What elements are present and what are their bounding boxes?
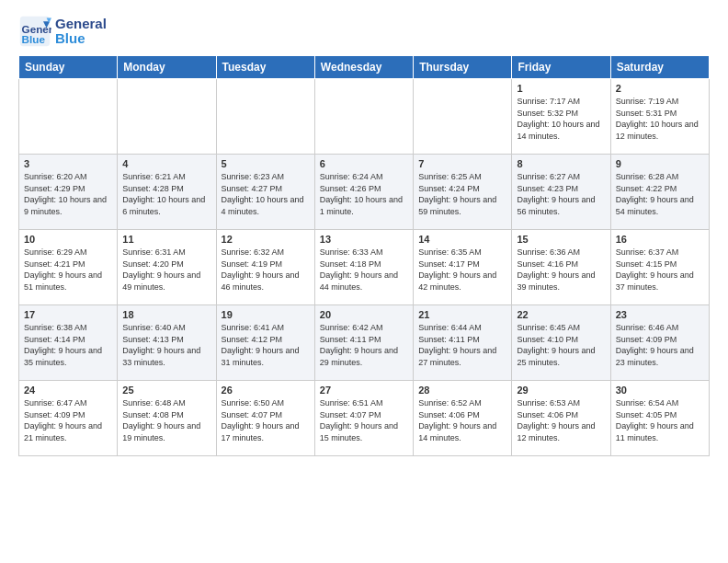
- day-info: Sunrise: 6:54 AM Sunset: 4:05 PM Dayligh…: [616, 397, 704, 443]
- calendar-cell: 22Sunrise: 6:45 AM Sunset: 4:10 PM Dayli…: [512, 305, 610, 381]
- calendar-cell: 20Sunrise: 6:42 AM Sunset: 4:11 PM Dayli…: [314, 305, 413, 381]
- day-number: 9: [616, 158, 704, 169]
- col-tuesday: Tuesday: [216, 56, 314, 79]
- day-info: Sunrise: 6:38 AM Sunset: 4:14 PM Dayligh…: [24, 322, 112, 368]
- day-number: 25: [122, 385, 210, 396]
- day-number: 15: [517, 234, 605, 245]
- calendar-cell: 26Sunrise: 6:50 AM Sunset: 4:07 PM Dayli…: [216, 381, 314, 456]
- day-number: 29: [517, 385, 605, 396]
- calendar-cell: 29Sunrise: 6:53 AM Sunset: 4:06 PM Dayli…: [512, 381, 610, 456]
- calendar-cell: 16Sunrise: 6:37 AM Sunset: 4:15 PM Dayli…: [610, 230, 709, 305]
- header: General Blue General Blue: [18, 15, 710, 48]
- day-info: Sunrise: 6:42 AM Sunset: 4:11 PM Dayligh…: [320, 322, 408, 368]
- calendar-week-1: 1Sunrise: 7:17 AM Sunset: 5:32 PM Daylig…: [19, 79, 710, 155]
- calendar-cell: 21Sunrise: 6:44 AM Sunset: 4:11 PM Dayli…: [414, 305, 512, 381]
- day-info: Sunrise: 7:17 AM Sunset: 5:32 PM Dayligh…: [517, 96, 605, 142]
- calendar-cell: 18Sunrise: 6:40 AM Sunset: 4:13 PM Dayli…: [118, 305, 216, 381]
- day-info: Sunrise: 6:44 AM Sunset: 4:11 PM Dayligh…: [418, 322, 506, 368]
- day-info: Sunrise: 6:27 AM Sunset: 4:23 PM Dayligh…: [517, 171, 605, 217]
- day-number: 23: [616, 309, 704, 320]
- day-info: Sunrise: 6:51 AM Sunset: 4:07 PM Dayligh…: [320, 397, 408, 443]
- day-info: Sunrise: 6:35 AM Sunset: 4:17 PM Dayligh…: [418, 247, 506, 293]
- calendar-cell: 28Sunrise: 6:52 AM Sunset: 4:06 PM Dayli…: [414, 381, 512, 456]
- day-number: 6: [320, 158, 408, 169]
- logo-name-line2: Blue: [55, 31, 107, 47]
- day-info: Sunrise: 6:50 AM Sunset: 4:07 PM Dayligh…: [222, 397, 310, 443]
- calendar-cell: [314, 79, 413, 155]
- day-number: 18: [122, 309, 210, 320]
- day-number: 24: [24, 385, 112, 396]
- day-number: 1: [517, 83, 605, 94]
- day-info: Sunrise: 6:37 AM Sunset: 4:15 PM Dayligh…: [616, 247, 704, 293]
- day-number: 12: [222, 234, 310, 245]
- day-number: 27: [320, 385, 408, 396]
- day-number: 17: [24, 309, 112, 320]
- day-info: Sunrise: 6:36 AM Sunset: 4:16 PM Dayligh…: [517, 247, 605, 293]
- day-number: 13: [320, 234, 408, 245]
- day-info: Sunrise: 6:46 AM Sunset: 4:09 PM Dayligh…: [616, 322, 704, 368]
- page: General Blue General Blue Sunday Monday …: [0, 0, 728, 465]
- logo: General Blue General Blue: [18, 15, 107, 48]
- calendar-cell: 9Sunrise: 6:28 AM Sunset: 4:22 PM Daylig…: [610, 155, 709, 230]
- day-number: 4: [122, 158, 210, 169]
- day-info: Sunrise: 6:32 AM Sunset: 4:19 PM Dayligh…: [222, 247, 310, 293]
- col-monday: Monday: [118, 56, 216, 79]
- calendar-cell: 23Sunrise: 6:46 AM Sunset: 4:09 PM Dayli…: [610, 305, 709, 381]
- calendar-cell: 1Sunrise: 7:17 AM Sunset: 5:32 PM Daylig…: [512, 79, 610, 155]
- day-number: 11: [122, 234, 210, 245]
- calendar-week-2: 3Sunrise: 6:20 AM Sunset: 4:29 PM Daylig…: [19, 155, 710, 230]
- calendar-cell: 11Sunrise: 6:31 AM Sunset: 4:20 PM Dayli…: [118, 230, 216, 305]
- logo-name-line1: General: [55, 17, 107, 32]
- day-info: Sunrise: 7:19 AM Sunset: 5:31 PM Dayligh…: [616, 96, 704, 142]
- day-number: 2: [616, 83, 704, 94]
- calendar-cell: 19Sunrise: 6:41 AM Sunset: 4:12 PM Dayli…: [216, 305, 314, 381]
- logo-icon: General Blue: [18, 15, 51, 48]
- calendar-cell: 17Sunrise: 6:38 AM Sunset: 4:14 PM Dayli…: [19, 305, 118, 381]
- calendar-cell: 5Sunrise: 6:23 AM Sunset: 4:27 PM Daylig…: [216, 155, 314, 230]
- day-info: Sunrise: 6:47 AM Sunset: 4:09 PM Dayligh…: [24, 397, 112, 443]
- calendar-cell: 14Sunrise: 6:35 AM Sunset: 4:17 PM Dayli…: [414, 230, 512, 305]
- day-info: Sunrise: 6:53 AM Sunset: 4:06 PM Dayligh…: [517, 397, 605, 443]
- day-info: Sunrise: 6:23 AM Sunset: 4:27 PM Dayligh…: [222, 171, 310, 217]
- day-info: Sunrise: 6:28 AM Sunset: 4:22 PM Dayligh…: [616, 171, 704, 217]
- calendar-cell: 3Sunrise: 6:20 AM Sunset: 4:29 PM Daylig…: [19, 155, 118, 230]
- day-info: Sunrise: 6:33 AM Sunset: 4:18 PM Dayligh…: [320, 247, 408, 293]
- day-number: 3: [24, 158, 112, 169]
- calendar-cell: [414, 79, 512, 155]
- col-thursday: Thursday: [414, 56, 512, 79]
- day-number: 7: [418, 158, 506, 169]
- day-number: 22: [517, 309, 605, 320]
- day-info: Sunrise: 6:45 AM Sunset: 4:10 PM Dayligh…: [517, 322, 605, 368]
- calendar-week-4: 17Sunrise: 6:38 AM Sunset: 4:14 PM Dayli…: [19, 305, 710, 381]
- day-number: 8: [517, 158, 605, 169]
- day-number: 5: [222, 158, 310, 169]
- day-info: Sunrise: 6:21 AM Sunset: 4:28 PM Dayligh…: [122, 171, 210, 217]
- calendar-cell: 13Sunrise: 6:33 AM Sunset: 4:18 PM Dayli…: [314, 230, 413, 305]
- calendar-week-3: 10Sunrise: 6:29 AM Sunset: 4:21 PM Dayli…: [19, 230, 710, 305]
- calendar-header-row: Sunday Monday Tuesday Wednesday Thursday…: [19, 56, 710, 79]
- calendar-cell: 7Sunrise: 6:25 AM Sunset: 4:24 PM Daylig…: [414, 155, 512, 230]
- calendar-cell: 24Sunrise: 6:47 AM Sunset: 4:09 PM Dayli…: [19, 381, 118, 456]
- day-number: 30: [616, 385, 704, 396]
- day-number: 28: [418, 385, 506, 396]
- day-number: 19: [222, 309, 310, 320]
- calendar-cell: 30Sunrise: 6:54 AM Sunset: 4:05 PM Dayli…: [610, 381, 709, 456]
- col-saturday: Saturday: [610, 56, 709, 79]
- calendar-cell: [118, 79, 216, 155]
- day-info: Sunrise: 6:20 AM Sunset: 4:29 PM Dayligh…: [24, 171, 112, 217]
- day-info: Sunrise: 6:31 AM Sunset: 4:20 PM Dayligh…: [122, 247, 210, 293]
- day-number: 10: [24, 234, 112, 245]
- calendar: Sunday Monday Tuesday Wednesday Thursday…: [18, 55, 710, 456]
- day-info: Sunrise: 6:52 AM Sunset: 4:06 PM Dayligh…: [418, 397, 506, 443]
- calendar-cell: 2Sunrise: 7:19 AM Sunset: 5:31 PM Daylig…: [610, 79, 709, 155]
- calendar-week-5: 24Sunrise: 6:47 AM Sunset: 4:09 PM Dayli…: [19, 381, 710, 456]
- day-info: Sunrise: 6:48 AM Sunset: 4:08 PM Dayligh…: [122, 397, 210, 443]
- day-number: 21: [418, 309, 506, 320]
- day-info: Sunrise: 6:29 AM Sunset: 4:21 PM Dayligh…: [24, 247, 112, 293]
- calendar-cell: 6Sunrise: 6:24 AM Sunset: 4:26 PM Daylig…: [314, 155, 413, 230]
- calendar-cell: 27Sunrise: 6:51 AM Sunset: 4:07 PM Dayli…: [314, 381, 413, 456]
- col-sunday: Sunday: [19, 56, 118, 79]
- day-number: 14: [418, 234, 506, 245]
- col-wednesday: Wednesday: [314, 56, 413, 79]
- day-info: Sunrise: 6:40 AM Sunset: 4:13 PM Dayligh…: [122, 322, 210, 368]
